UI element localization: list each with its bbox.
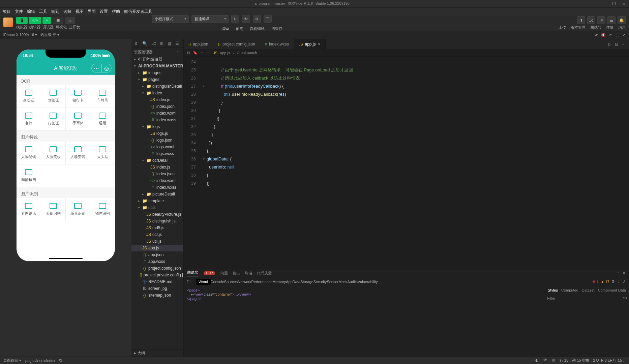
tree-node[interactable]: {}logs.json [131, 137, 183, 144]
tree-node[interactable]: JSmd5.js [131, 224, 183, 231]
minimize-icon[interactable]: — [601, 1, 606, 6]
upload-icon[interactable]: ⬆ [577, 16, 585, 24]
app-cell[interactable]: 驾驶证 [41, 85, 66, 108]
tree-node[interactable]: ▸📁template [131, 198, 183, 204]
dt-panel-tab[interactable]: Security [313, 280, 327, 284]
tree-node[interactable]: <>index.wxml [131, 110, 183, 117]
tree-node[interactable]: {}index.json [131, 103, 183, 110]
tab-close-icon[interactable]: × [318, 41, 321, 47]
tree-node[interactable]: {}project.config.json [131, 265, 183, 272]
device-select[interactable]: iPhone X 100% 16 ▾ [3, 33, 37, 37]
app-cell[interactable]: 身份证 [17, 85, 41, 108]
devtools-detach-icon[interactable]: ↗ [623, 279, 626, 284]
bookmark-icon[interactable]: 🔖 [193, 51, 198, 55]
tree-node[interactable]: #index.wxss [131, 184, 183, 191]
error-badge[interactable]: ◉ 1 [592, 279, 599, 284]
dom-tree[interactable]: <page> ▸<view class="container">…</view>… [184, 286, 545, 357]
app-cell[interactable]: 大头贴 [90, 142, 115, 164]
crumb-file[interactable]: app.js [220, 51, 230, 55]
tree-node[interactable]: ▾📁index [131, 90, 183, 96]
app-cell[interactable]: 美食识别 [41, 198, 66, 221]
app-cell[interactable]: 场景识别 [66, 198, 90, 221]
tree-node[interactable]: JSindex.js [131, 96, 183, 103]
menu-帮助[interactable]: 帮助 [112, 9, 120, 14]
compile-mode-select[interactable]: 普通编译 [191, 15, 229, 23]
menu-微信开发者工具[interactable]: 微信开发者工具 [124, 9, 152, 14]
tree-node[interactable]: #index.wxss [131, 117, 183, 123]
explorer-ext-icon[interactable]: ⊞ [160, 41, 163, 46]
tree-node[interactable]: #logs.wxss [131, 150, 183, 157]
tree-node[interactable]: ▾📁ocrDetail [131, 157, 183, 164]
preview-icon[interactable]: 👁 [242, 15, 250, 23]
dt-panel-tab[interactable]: Memory [273, 280, 286, 284]
menu-设置[interactable]: 设置 [100, 9, 108, 14]
run-mode-select[interactable]: 小程序模式 [152, 15, 189, 23]
tree-node[interactable]: JSapp.js [131, 245, 183, 251]
tree-node[interactable]: <>index.wxml [131, 177, 183, 184]
dt-panel-tab[interactable]: Network [238, 280, 251, 284]
tree-node[interactable]: {}app.json [131, 251, 183, 258]
tree-node[interactable]: 🖼screen.jpg [131, 285, 183, 292]
maximize-icon[interactable]: ☐ [611, 1, 616, 6]
close-icon[interactable]: ✕ [622, 1, 626, 6]
devtools-close-icon[interactable]: ✕ [623, 271, 626, 275]
dt-panel-tab[interactable]: Sources [224, 280, 238, 284]
devtools-more-icon[interactable]: ⋮ [617, 279, 621, 284]
rotate-icon[interactable]: ⟳ [595, 33, 598, 37]
dt-tab[interactable]: 终端 [245, 271, 252, 275]
tree-node[interactable]: JSdistinguish.js [131, 218, 183, 224]
styles-filter-input[interactable] [547, 296, 622, 300]
outline-header[interactable]: ▸大纲 [131, 349, 183, 357]
tree-node[interactable]: JSutil.js [131, 238, 183, 245]
editor-button[interactable]: </> [29, 17, 41, 24]
compare-icon[interactable]: ⊟ [187, 51, 190, 55]
back-icon[interactable]: ← [200, 51, 204, 55]
tree-node[interactable]: JSindex.js [131, 164, 183, 171]
app-cell[interactable]: 看图说话 [17, 198, 41, 221]
crumb-symbol[interactable]: ⊙ onLaunch [237, 51, 257, 55]
explorer-git-icon[interactable]: ⎇ [151, 41, 156, 46]
menu-选择[interactable]: 选择 [63, 9, 71, 14]
more-icon[interactable]: ⋯ [622, 42, 626, 47]
tree-node[interactable]: {}index.json [131, 171, 183, 177]
debugger-button[interactable]: ≈ [42, 17, 51, 24]
explorer-search-icon[interactable]: 🔍 [142, 41, 147, 46]
tree-node[interactable]: {}sitemap.json [131, 292, 183, 299]
clear-cache-icon[interactable]: ☰ [264, 15, 272, 23]
app-cell[interactable]: 颜龄检测 [17, 164, 41, 187]
styles-tab[interactable]: Styles [548, 288, 558, 292]
menu-项目[interactable]: 项目 [3, 9, 11, 14]
devtools-gear-icon[interactable]: ⚙ [611, 279, 615, 284]
tree-root[interactable]: ▾AI-PROGRAM-MASTER [131, 63, 183, 69]
capsule[interactable]: ⋯◎ [91, 64, 112, 72]
code-area[interactable]: // 由于 getUserInfo 是网络请求，可能会在 Page.onLoad… [207, 57, 629, 269]
devtools-tab-debugger[interactable]: 调试器 [187, 270, 198, 276]
app-cell[interactable]: 通用 [90, 108, 115, 131]
menu-转到[interactable]: 转到 [51, 9, 59, 14]
inspect-icon[interactable]: ⬚ [187, 279, 190, 284]
dt-panel-tab[interactable]: Mock [338, 280, 347, 284]
tab[interactable]: {}project.config.json [213, 39, 260, 49]
dt-panel-tab[interactable]: Sensor [327, 280, 338, 284]
app-cell[interactable]: 银行卡 [66, 85, 90, 108]
explorer-cloud-icon[interactable]: ☰ [175, 41, 179, 46]
compile-icon[interactable]: ↻ [231, 15, 239, 23]
cut-icon[interactable]: ✂ [609, 33, 612, 37]
tab[interactable]: JSapp.js× [294, 39, 326, 49]
detach-icon[interactable]: ↗ [623, 33, 626, 37]
app-cell[interactable]: 手写体 [66, 108, 90, 131]
menu-编辑[interactable]: 编辑 [27, 9, 35, 14]
dt-panel-tab[interactable]: Vulnerability [358, 280, 378, 284]
app-cell[interactable]: 人脸变装 [66, 142, 90, 164]
simulator-button[interactable]: 📱 [16, 17, 28, 24]
test-icon[interactable]: ↗ [597, 16, 605, 24]
remote-debug-icon[interactable]: ⚙ [253, 15, 261, 23]
message-icon[interactable]: 🔔 [618, 16, 626, 24]
dt-panel-tab[interactable]: Storage [300, 280, 313, 284]
dt-panel-tab[interactable]: Console [211, 280, 224, 284]
dt-tab[interactable]: 问题 [220, 271, 228, 275]
tab[interactable]: #index.wxss [260, 39, 294, 49]
tree-node[interactable]: ▾📁utils [131, 204, 183, 211]
run-icon[interactable]: ▷ [608, 42, 611, 47]
layout-icon[interactable]: ⊞ [552, 358, 555, 363]
